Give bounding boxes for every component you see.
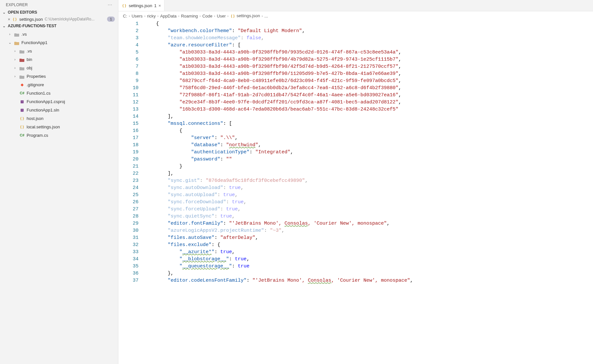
code-line[interactable]: "team.showWelcomeMessage": false, <box>144 35 593 42</box>
breadcrumb-item[interactable]: { } settings.json <box>230 13 260 18</box>
project-header[interactable]: ⌄ AZURE-FUNCTIONS-TEST <box>0 23 118 29</box>
file-item[interactable]: ▧FunctionApp1.csproj <box>0 97 118 106</box>
line-number: 3 <box>118 35 139 42</box>
code-editor[interactable]: 1234567891011121314151617181920212223242… <box>118 20 593 364</box>
line-number: 16 <box>118 127 139 135</box>
open-editors-header[interactable]: ⌄ OPEN EDITORS <box>0 9 118 16</box>
file-item[interactable]: ▧FunctionApp1.sln <box>0 106 118 114</box>
tab-bar: { } settings.json 1 × <box>118 0 593 11</box>
code-line[interactable]: "__blobstorage__": true, <box>144 256 593 263</box>
tree-item-label: .vs <box>27 49 32 53</box>
file-item[interactable]: ◆.gitignore <box>0 80 118 89</box>
code-line[interactable]: "sync.autoUpload": true, <box>144 192 593 199</box>
file-item[interactable]: C#Program.cs <box>0 131 118 139</box>
code-line[interactable]: "sync.forceDownload": true, <box>144 199 593 206</box>
file-item[interactable]: { }host.json <box>0 114 118 123</box>
code-line[interactable]: "72f988bf-86f1-41af-91ab-2d7cd011db47/54… <box>144 92 593 99</box>
code-line[interactable]: "16b3c013-d300-468d-ac64-7eda0820b6d3/be… <box>144 106 593 113</box>
close-icon[interactable]: × <box>159 3 161 8</box>
folder-item[interactable]: ›obj <box>0 64 118 72</box>
file-item[interactable]: C#Function1.cs <box>0 89 118 97</box>
code-line[interactable]: ], <box>144 113 593 120</box>
folder-item[interactable]: ›.vs <box>0 30 118 38</box>
chevron-right-icon: › <box>226 14 230 18</box>
close-icon[interactable]: × <box>8 17 10 22</box>
tree-item-label: local.settings.json <box>27 124 60 129</box>
json-icon: { } <box>230 13 236 18</box>
breadcrumb-item[interactable]: ricky <box>147 14 156 18</box>
editor-area: { } settings.json 1 × C:›Users›ricky›App… <box>118 0 593 364</box>
breadcrumb-item[interactable]: Users <box>132 14 143 18</box>
code-line[interactable]: "a1b03033-8a3d-4443-a90b-0f3298ffbf90/42… <box>144 63 593 70</box>
code-line[interactable]: "68279ccf-f64d-4ca0-8eb0-c48911efe0b2/6d… <box>144 77 593 85</box>
folder-item[interactable]: ⌄FunctionApp1 <box>0 38 118 47</box>
code-line[interactable]: "mssql.connections": [ <box>144 120 593 127</box>
file-tree: ›.vs⌄FunctionApp1›.vs›bin›obj›Properties… <box>0 29 118 139</box>
json-icon: { } <box>122 3 127 8</box>
line-number: 24 <box>118 184 139 192</box>
line-number: 21 <box>118 163 139 170</box>
open-editor-path: C:\Users\ricky\AppData\Ro... <box>45 17 94 21</box>
code-line[interactable]: "workbench.colorTheme": "Default Light M… <box>144 28 593 35</box>
breadcrumb-item[interactable]: Roaming <box>181 14 198 18</box>
code-line[interactable]: "a1b03033-8a3d-4443-a90b-0f3298ffbf90/4b… <box>144 56 593 63</box>
code-line[interactable]: "azureLogicAppsV2.projectRuntime": "~3", <box>144 227 593 234</box>
code-line[interactable]: "password": "" <box>144 156 593 163</box>
json-icon: { } <box>19 124 25 129</box>
code-line[interactable]: "sync.gist": "876dea9af5c18fdcf3f0cebefc… <box>144 177 593 184</box>
visualstudio-icon: ▧ <box>19 99 25 104</box>
code-line[interactable]: "authenticationType": "Integrated", <box>144 149 593 156</box>
tree-item-label: obj <box>27 65 32 70</box>
code-line[interactable]: }, <box>144 270 593 277</box>
folder-icon <box>19 49 25 53</box>
code-line[interactable]: { <box>144 20 593 28</box>
tree-item-label: .gitignore <box>27 82 44 87</box>
code-line[interactable]: } <box>144 163 593 170</box>
code-line[interactable]: "sync.quietSync": true, <box>144 213 593 220</box>
chevron-down-icon: ⌄ <box>1 10 6 15</box>
breadcrumb-item[interactable]: Code <box>202 14 212 18</box>
code-line[interactable]: "e29ce34f-8b3f-4ee0-97fe-0dcdf24ff201/cc… <box>144 99 593 106</box>
chevron-icon: › <box>7 32 12 36</box>
line-number: 29 <box>118 220 139 227</box>
tab-settings-json[interactable]: { } settings.json 1 × <box>118 0 164 11</box>
breadcrumb-item[interactable]: C: <box>123 14 127 18</box>
code-line[interactable]: "__queuestorage__": true <box>144 263 593 270</box>
code-line[interactable]: "server": ".\\", <box>144 135 593 142</box>
line-number: 5 <box>118 49 139 56</box>
code-line[interactable]: "azure.resourceFilter": [ <box>144 42 593 49</box>
line-number: 33 <box>118 249 139 256</box>
file-item[interactable]: { }local.settings.json <box>0 123 118 131</box>
breadcrumb-item[interactable]: AppData <box>160 14 177 18</box>
code-line[interactable]: "a1b03033-8a3d-4443-a90b-0f3298ffbf90/99… <box>144 49 593 56</box>
breadcrumb-item[interactable]: ... <box>264 14 268 18</box>
line-number: 1 <box>118 20 139 28</box>
tree-item-label: Properties <box>27 74 46 79</box>
code-line[interactable]: "files.autoSave": "afterDelay", <box>144 234 593 241</box>
chevron-icon: › <box>12 57 18 61</box>
explorer-sidebar: EXPLORER ··· ⌄ OPEN EDITORS × { } settin… <box>0 0 118 364</box>
code-line[interactable]: "sync.autoDownload": true, <box>144 184 593 192</box>
breadcrumb-item[interactable]: User <box>217 14 225 18</box>
code-line[interactable]: "database": "northwind", <box>144 142 593 149</box>
line-number: 19 <box>118 149 139 156</box>
code-line[interactable]: "sync.forceUpload": true, <box>144 206 593 213</box>
tab-modified-count: 1 <box>154 3 156 8</box>
breadcrumb[interactable]: C:›Users›ricky›AppData›Roaming›Code›User… <box>118 11 593 20</box>
folder-item[interactable]: ›bin <box>0 55 118 64</box>
explorer-more-icon[interactable]: ··· <box>108 2 114 8</box>
code-line[interactable]: "758f6cd0-29ed-446f-bfed-6e1ac6b0db2a/3e… <box>144 85 593 92</box>
code-content[interactable]: { "workbench.colorTheme": "Default Light… <box>144 20 593 364</box>
code-line[interactable]: ], <box>144 170 593 177</box>
line-number: 9 <box>118 77 139 85</box>
code-line[interactable]: "__azurite*": true, <box>144 249 593 256</box>
code-line[interactable]: "files.exclude": { <box>144 241 593 249</box>
code-line[interactable]: "editor.fontFamily": "'JetBrains Mono', … <box>144 220 593 227</box>
folder-item[interactable]: ›.vs <box>0 47 118 55</box>
code-line[interactable]: "editor.codeLensFontFamily": "'JetBrains… <box>144 277 593 284</box>
code-line[interactable]: "a1b03033-8a3d-4443-a90b-0f3298ffbf90/11… <box>144 70 593 77</box>
open-editor-item[interactable]: × { } settings.json C:\Users\ricky\AppDa… <box>0 16 118 23</box>
dirty-count-badge: 1 <box>107 17 115 22</box>
code-line[interactable]: { <box>144 127 593 135</box>
folder-item[interactable]: ›Properties <box>0 72 118 80</box>
